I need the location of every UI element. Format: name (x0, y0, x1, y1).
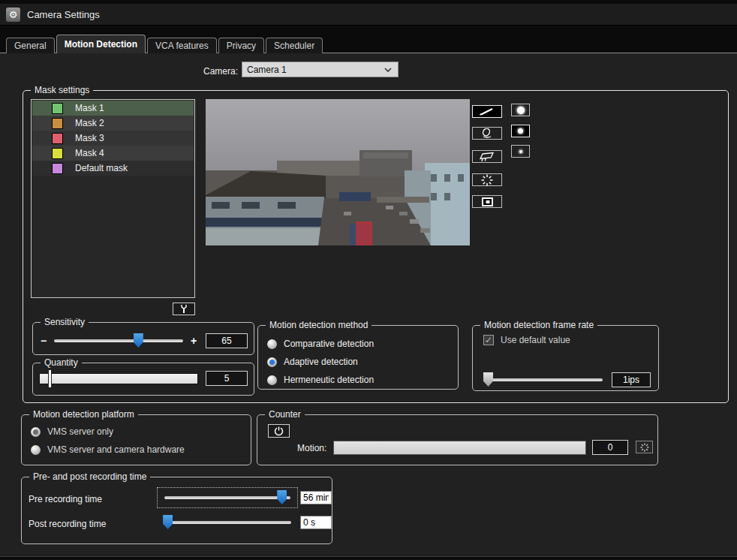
tab-vca-features[interactable]: VCA features (147, 38, 217, 53)
eraser-icon (479, 128, 495, 138)
eraser-tool-button[interactable] (472, 127, 502, 140)
motion-counter-bar (333, 441, 586, 455)
mask-settings-group: Mask settings Mask 1 Mask 2 Mask 3 Mask … (23, 90, 729, 403)
camera-dropdown[interactable]: Camera 1 (242, 62, 399, 77)
frame-rate-slider[interactable] (483, 378, 603, 381)
mask-label: Mask 2 (75, 118, 104, 128)
mask-list-item[interactable]: Mask 1 (32, 101, 194, 116)
platform-option-vms-only[interactable]: VMS server only (31, 423, 251, 441)
pre-recording-slider[interactable] (157, 487, 298, 508)
mask-color-swatch (52, 163, 63, 174)
frame-rate-title: Motion detection frame rate (480, 320, 597, 330)
tab-strip: General Motion Detection VCA features Pr… (6, 35, 324, 53)
motion-detection-method-group: Motion detection method Comparative dete… (257, 325, 459, 390)
pre-recording-value-input[interactable] (300, 491, 332, 504)
platform-option-vms-and-camera[interactable]: VMS server and camera hardware (31, 441, 251, 459)
quantity-group: Quantity 5 (32, 363, 254, 396)
post-recording-slider-thumb[interactable] (163, 515, 173, 529)
method-option-adaptive[interactable]: Adaptive detection (267, 353, 458, 371)
tab-general[interactable]: General (6, 38, 55, 53)
mask-color-swatch (52, 103, 63, 114)
mask-settings-title: Mask settings (31, 85, 93, 95)
frame-rate-value: 1ips (612, 372, 651, 387)
starburst-small-icon (640, 443, 649, 452)
mask-color-swatch (52, 133, 63, 144)
fill-frame-tool-button[interactable] (472, 195, 502, 208)
mask-list[interactable]: Mask 1 Mask 2 Mask 3 Mask 4 Default mask (31, 99, 195, 298)
platform-option-label: VMS server only (47, 426, 113, 437)
tab-scheduler[interactable]: Scheduler (266, 38, 323, 53)
mask-color-swatch (52, 148, 63, 159)
mask-list-item[interactable]: Mask 3 (32, 131, 194, 146)
camera-label: Camera: (191, 66, 238, 77)
radio-icon[interactable] (267, 357, 277, 367)
counter-power-button[interactable] (268, 424, 290, 438)
post-recording-slider[interactable] (164, 521, 291, 524)
pen-tool-button[interactable] (472, 105, 502, 118)
quantity-value: 5 (206, 371, 248, 386)
quantity-title: Quantity (41, 357, 82, 368)
window-titlebar: ⚙ Camera Settings (0, 4, 737, 26)
counter-reset-button[interactable] (636, 441, 653, 453)
mask-label: Mask 3 (75, 133, 104, 143)
camera-preview-image (206, 99, 470, 245)
wrench-icon (179, 304, 188, 314)
recording-time-group: Pre- and post recording time Pre recordi… (21, 477, 332, 544)
brush-medium-icon (518, 128, 523, 134)
pen-icon (479, 107, 495, 116)
mask-label: Mask 1 (75, 103, 104, 113)
camera-dropdown-value: Camera 1 (247, 65, 383, 75)
post-recording-label: Post recording time (29, 519, 106, 529)
radio-icon[interactable] (31, 445, 41, 455)
mask-list-item[interactable]: Mask 4 (32, 146, 194, 161)
brush-large-button[interactable] (511, 104, 530, 116)
tab-motion-detection[interactable]: Motion Detection (56, 35, 146, 53)
sensitivity-slider-thumb[interactable] (134, 333, 143, 348)
motion-label: Motion: (297, 443, 326, 453)
mask-list-item[interactable]: Mask 2 (32, 116, 194, 131)
tab-privacy[interactable]: Privacy (218, 38, 264, 53)
radio-icon[interactable] (267, 375, 277, 385)
window-title: Camera Settings (27, 9, 100, 20)
method-option-hermeneutic[interactable]: Hermeneutic detection (267, 371, 458, 389)
brush-small-icon (519, 150, 522, 153)
sensitivity-plus[interactable]: + (189, 335, 198, 347)
recording-time-title: Pre- and post recording time (29, 471, 150, 482)
camera-preview[interactable] (206, 99, 470, 245)
motion-counter-value: 0 (592, 440, 628, 455)
mask-label: Mask 4 (75, 148, 104, 158)
clear-mask-tool-button[interactable] (472, 150, 502, 163)
method-option-label: Adaptive detection (284, 357, 358, 367)
method-title: Motion detection method (266, 320, 372, 330)
sensitivity-value: 65 (206, 333, 248, 348)
starburst-icon (481, 174, 493, 186)
mask-color-swatch (52, 118, 63, 129)
pre-recording-label: Pre recording time (29, 494, 102, 504)
sensitivity-title: Sensitivity (41, 317, 89, 327)
reset-mask-tool-button[interactable] (472, 173, 502, 186)
sensitivity-minus[interactable]: − (39, 335, 48, 347)
platform-title: Motion detection platform (29, 409, 138, 420)
quantity-slider[interactable] (39, 373, 198, 384)
quantity-slider-thumb[interactable] (48, 369, 52, 388)
brush-small-button[interactable] (511, 145, 530, 158)
method-option-comparative[interactable]: Comparative detection (267, 335, 458, 353)
checkbox-icon[interactable]: ✓ (483, 335, 494, 345)
radio-icon[interactable] (31, 427, 41, 437)
power-icon (274, 426, 284, 436)
brush-large-icon (517, 107, 525, 114)
counter-title: Counter (265, 409, 305, 420)
sensitivity-group: Sensitivity − + 65 (32, 322, 254, 355)
pre-recording-slider-thumb[interactable] (277, 490, 287, 504)
mask-options-button[interactable] (173, 303, 195, 315)
chevron-down-icon (383, 65, 393, 75)
method-option-label: Comparative detection (284, 339, 374, 349)
brush-medium-button[interactable] (511, 125, 530, 137)
radio-icon[interactable] (267, 339, 277, 349)
post-recording-value-input[interactable] (300, 516, 332, 529)
mask-list-item[interactable]: Default mask (32, 161, 194, 176)
sensitivity-slider[interactable] (54, 339, 183, 342)
clear-mask-icon (478, 152, 496, 162)
fill-frame-icon (481, 197, 494, 207)
frame-rate-slider-thumb[interactable] (483, 372, 493, 387)
